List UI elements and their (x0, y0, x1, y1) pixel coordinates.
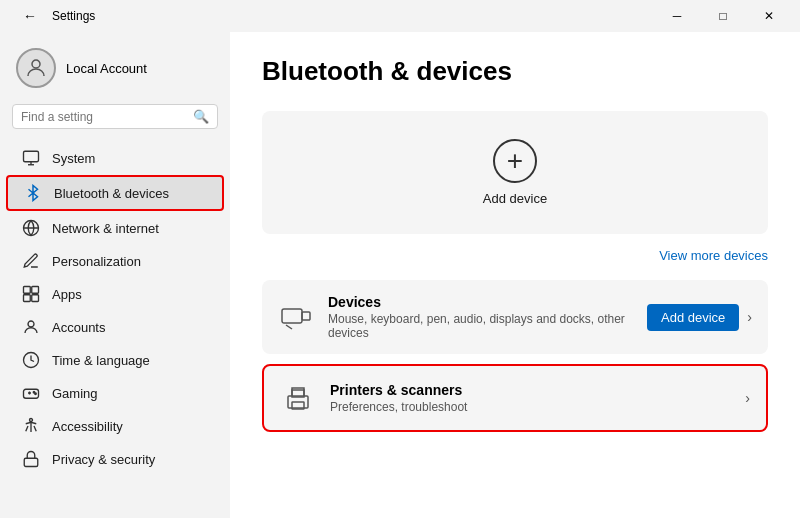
svg-rect-17 (302, 312, 310, 320)
sidebar-item-accounts[interactable]: Accounts (6, 311, 224, 343)
time-icon (22, 351, 40, 369)
sidebar-item-label: Network & internet (52, 221, 159, 236)
device-title: Printers & scanners (330, 382, 731, 398)
sidebar-item-personalization[interactable]: Personalization (6, 245, 224, 277)
content-area: Bluetooth & devices + Add device View mo… (230, 32, 800, 518)
sidebar-item-label: Accounts (52, 320, 105, 335)
search-box[interactable]: 🔍 (12, 104, 218, 129)
back-button[interactable]: ← (16, 2, 44, 30)
add-device-plus-icon: + (493, 139, 537, 183)
device-subtitle: Preferences, troubleshoot (330, 400, 731, 414)
sidebar-item-apps[interactable]: Apps (6, 278, 224, 310)
sidebar-item-label: Personalization (52, 254, 141, 269)
user-section: Local Account (0, 40, 230, 104)
svg-point-13 (35, 393, 37, 395)
svg-rect-1 (24, 151, 39, 162)
accounts-icon (22, 318, 40, 336)
add-device-button[interactable]: Add device (647, 304, 739, 331)
sidebar-item-gaming[interactable]: Gaming (6, 377, 224, 409)
bluetooth-icon (24, 184, 42, 202)
sidebar-item-network[interactable]: Network & internet (6, 212, 224, 244)
svg-point-14 (30, 419, 33, 422)
user-name: Local Account (66, 61, 147, 76)
sidebar-item-label: Gaming (52, 386, 98, 401)
svg-line-18 (286, 325, 292, 329)
svg-rect-6 (32, 287, 39, 294)
printers-icon (280, 380, 316, 416)
add-device-label: Add device (483, 191, 547, 206)
main-content: Local Account 🔍 System Bluetooth & devic… (0, 32, 800, 518)
device-row-printers[interactable]: Printers & scanners Preferences, trouble… (262, 364, 768, 432)
search-icon: 🔍 (193, 109, 209, 124)
privacy-icon (22, 450, 40, 468)
sidebar-item-label: Apps (52, 287, 82, 302)
sidebar-item-privacy[interactable]: Privacy & security (6, 443, 224, 475)
sidebar-item-label: System (52, 151, 95, 166)
maximize-button[interactable]: □ (700, 0, 746, 32)
page-title: Bluetooth & devices (262, 56, 768, 87)
system-icon (22, 149, 40, 167)
svg-rect-16 (282, 309, 302, 323)
device-row-devices[interactable]: Devices Mouse, keyboard, pen, audio, dis… (262, 280, 768, 354)
close-button[interactable]: ✕ (746, 0, 792, 32)
sidebar-item-system[interactable]: System (6, 142, 224, 174)
svg-rect-7 (24, 295, 31, 302)
personalization-icon (22, 252, 40, 270)
accessibility-icon (22, 417, 40, 435)
apps-icon (22, 285, 40, 303)
sidebar-item-accessibility[interactable]: Accessibility (6, 410, 224, 442)
svg-point-0 (32, 60, 40, 68)
svg-rect-15 (24, 458, 38, 466)
sidebar-item-label: Privacy & security (52, 452, 155, 467)
chevron-right-icon: › (747, 309, 752, 325)
sidebar-item-label: Time & language (52, 353, 150, 368)
add-device-card[interactable]: + Add device (262, 111, 768, 234)
svg-rect-5 (24, 287, 31, 294)
view-more-anchor[interactable]: View more devices (659, 248, 768, 263)
sidebar-item-bluetooth[interactable]: Bluetooth & devices (6, 175, 224, 211)
avatar (16, 48, 56, 88)
nav-items-container: System Bluetooth & devices Network & int… (0, 141, 230, 476)
sidebar: Local Account 🔍 System Bluetooth & devic… (0, 32, 230, 518)
chevron-right-icon: › (745, 390, 750, 406)
title-bar: ← Settings ─ □ ✕ (0, 0, 800, 32)
device-subtitle: Mouse, keyboard, pen, audio, displays an… (328, 312, 633, 340)
svg-point-9 (28, 321, 34, 327)
view-more-link[interactable]: View more devices (262, 246, 768, 264)
search-input[interactable] (21, 110, 187, 124)
app-title: Settings (52, 9, 95, 23)
sidebar-item-label: Accessibility (52, 419, 123, 434)
gaming-icon (22, 384, 40, 402)
svg-rect-8 (32, 295, 39, 302)
device-rows-container: Devices Mouse, keyboard, pen, audio, dis… (262, 280, 768, 432)
sidebar-item-label: Bluetooth & devices (54, 186, 169, 201)
sidebar-item-time[interactable]: Time & language (6, 344, 224, 376)
device-title: Devices (328, 294, 633, 310)
devices-icon (278, 299, 314, 335)
network-icon (22, 219, 40, 237)
window-controls: ─ □ ✕ (654, 0, 792, 32)
minimize-button[interactable]: ─ (654, 0, 700, 32)
